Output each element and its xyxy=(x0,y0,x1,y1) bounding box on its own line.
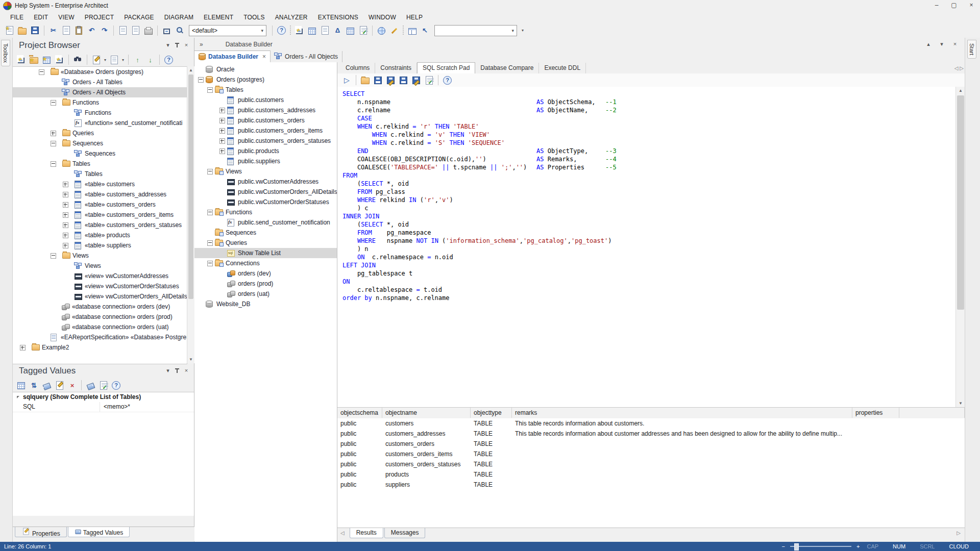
tree-item[interactable]: Views xyxy=(13,251,187,261)
panel-close-icon[interactable]: × xyxy=(182,366,191,375)
collapse-icon[interactable] xyxy=(207,261,213,266)
tree-item[interactable]: Show Table List xyxy=(194,248,337,258)
matrix-grid-button[interactable] xyxy=(306,24,318,36)
help-button[interactable]: ? xyxy=(163,54,175,66)
menu-item-diagram[interactable]: DIAGRAM xyxy=(159,12,199,22)
cut-icon[interactable]: ✂ xyxy=(49,26,58,35)
validate-sql-button[interactable] xyxy=(423,74,435,86)
menu-item-element[interactable]: ELEMENT xyxy=(199,12,238,22)
tab-execute-ddl[interactable]: Execute DDL xyxy=(539,63,586,73)
start-tab[interactable]: Start xyxy=(967,40,976,59)
table-row[interactable]: publiccustomers_orders_statusesTABLE xyxy=(337,459,965,469)
tab-scroll-left-icon[interactable]: ◁ xyxy=(340,530,345,536)
collapse-icon[interactable] xyxy=(51,100,56,106)
analyzer-button[interactable]: Δ xyxy=(332,24,344,36)
collapse-icon[interactable] xyxy=(198,77,204,83)
collapse-icon[interactable] xyxy=(207,87,213,93)
validate-sql-icon[interactable] xyxy=(426,76,433,85)
tree-item[interactable]: Views xyxy=(194,166,337,177)
new-package-button[interactable] xyxy=(28,54,40,66)
tree-item[interactable]: «table» customers_addresses xyxy=(13,189,187,199)
tree-item[interactable]: public.customers_orders_statuses xyxy=(194,136,337,146)
window-layout-button[interactable] xyxy=(406,24,418,36)
redo-button[interactable]: ↷ xyxy=(99,24,110,36)
print-button[interactable] xyxy=(142,24,154,36)
project-browser-scrollbar[interactable]: ▲ ▼ xyxy=(187,66,194,363)
document-list-icon[interactable] xyxy=(322,26,329,35)
menu-item-file[interactable]: FILE xyxy=(5,12,29,22)
tab-results[interactable]: Results xyxy=(350,528,383,538)
dropdown-arrow-icon[interactable]: ▾ xyxy=(522,28,524,33)
tree-item[interactable]: Views xyxy=(13,261,187,271)
tree-item[interactable]: Tables xyxy=(13,159,187,169)
expand-icon[interactable] xyxy=(219,148,225,154)
collapse-icon[interactable] xyxy=(207,210,213,215)
tree-item[interactable]: «view» vwCustomerOrders_AllDetails xyxy=(13,291,187,302)
table-row[interactable]: publicproductsTABLE xyxy=(337,469,965,480)
new-diagram-icon[interactable] xyxy=(43,57,51,64)
tree-item[interactable]: «database connection» orders (uat) xyxy=(13,322,187,332)
tree-item[interactable]: «table» customers_orders xyxy=(13,199,187,210)
expand-icon[interactable] xyxy=(20,345,26,350)
panel-menu-icon[interactable]: ▾ xyxy=(163,366,173,375)
chevron-down-icon[interactable]: ▾ xyxy=(511,28,514,33)
help-icon[interactable]: ? xyxy=(112,381,120,390)
open-project-button[interactable] xyxy=(16,24,28,36)
move-up-button[interactable]: ↑ xyxy=(132,54,143,66)
table-row[interactable]: publiccustomers_ordersTABLE xyxy=(337,439,965,449)
tree-item[interactable]: «database connection» orders (dev) xyxy=(13,302,187,312)
tree-item[interactable]: «view» vwCustomerAddresses xyxy=(13,271,187,281)
paste-icon[interactable] xyxy=(76,27,82,35)
save-icon[interactable] xyxy=(31,27,39,34)
menu-item-tools[interactable]: TOOLS xyxy=(238,12,270,22)
edit-tag-icon[interactable] xyxy=(56,381,63,390)
package-diagram-icon[interactable] xyxy=(347,28,354,35)
tree-item[interactable]: public.vwCustomerAddresses xyxy=(194,177,337,187)
panel-menu-icon[interactable]: ▾ xyxy=(937,40,946,49)
tree-item[interactable]: Functions xyxy=(13,97,187,108)
tree-item[interactable]: Functions xyxy=(13,108,187,118)
collapse-up-icon[interactable]: ▴ xyxy=(924,40,933,49)
new-model-button[interactable] xyxy=(15,54,27,66)
help-button[interactable]: ? xyxy=(110,380,122,391)
tab-constraints[interactable]: Constraints xyxy=(375,63,417,73)
panel-close-icon[interactable]: × xyxy=(950,40,960,49)
tree-item[interactable]: Functions xyxy=(194,207,337,217)
tree-item[interactable]: «table» products xyxy=(13,230,187,240)
new-tag-button[interactable] xyxy=(41,380,53,391)
duplicate-button[interactable] xyxy=(108,54,120,66)
page-find-button[interactable] xyxy=(117,24,129,36)
edit-tag-button[interactable] xyxy=(54,380,65,391)
model-search-icon[interactable] xyxy=(175,26,184,35)
draw-line-icon[interactable] xyxy=(391,28,397,34)
page-copy-button[interactable] xyxy=(130,24,141,36)
tree-item[interactable]: public.customers xyxy=(194,95,337,105)
duplicate-icon[interactable] xyxy=(111,56,118,64)
tree-item[interactable]: «table» suppliers xyxy=(13,240,187,251)
expand-icon[interactable] xyxy=(63,233,68,238)
close-button[interactable]: × xyxy=(963,0,980,11)
save-result-as-button[interactable] xyxy=(385,74,397,86)
checklist-button[interactable] xyxy=(357,24,369,36)
move-up-icon[interactable]: ↑ xyxy=(133,56,142,64)
print-icon[interactable] xyxy=(144,29,153,35)
checklist-button[interactable] xyxy=(97,380,109,391)
menu-item-package[interactable]: PACKAGE xyxy=(119,12,159,22)
web-globe-icon[interactable] xyxy=(378,27,385,35)
expand-icon[interactable] xyxy=(63,182,68,187)
help-button[interactable]: ? xyxy=(442,74,453,86)
zoom-slider-thumb[interactable] xyxy=(794,543,799,550)
tree-item[interactable]: public.customers_orders_items xyxy=(194,126,337,136)
copy-button[interactable] xyxy=(60,24,72,36)
new-file-icon[interactable] xyxy=(6,26,13,35)
page-copy-icon[interactable] xyxy=(132,26,139,35)
tree-item[interactable]: «table» customers_orders_items xyxy=(13,210,187,220)
menu-item-project[interactable]: PROJECT xyxy=(80,12,119,22)
tree-item[interactable]: Tables xyxy=(13,169,187,179)
collapse-icon[interactable] xyxy=(207,169,213,174)
new-element-icon[interactable] xyxy=(56,58,63,63)
tree-item[interactable]: «table» customers_orders_statuses xyxy=(13,220,187,230)
column-header-remarks[interactable]: remarks xyxy=(512,408,852,418)
table-row[interactable]: publiccustomersTABLEThis table records i… xyxy=(337,418,965,429)
tab-messages[interactable]: Messages xyxy=(384,528,426,538)
